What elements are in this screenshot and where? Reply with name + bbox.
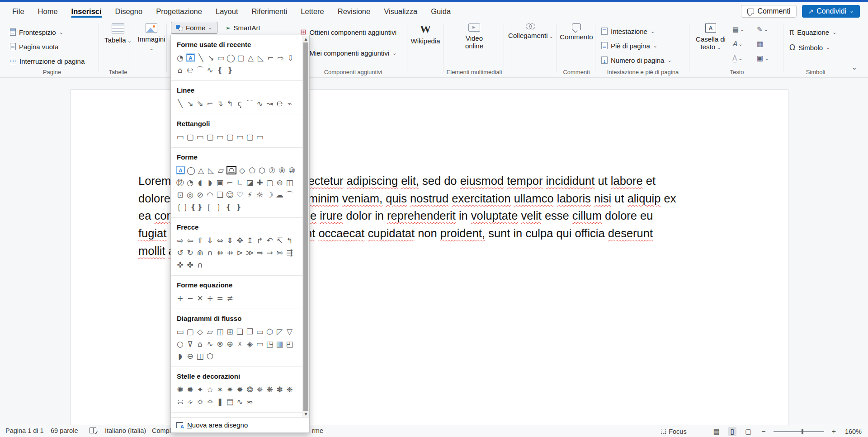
zoom-slider[interactable] — [774, 431, 824, 432]
shape-icon[interactable]: ▢ — [226, 132, 234, 142]
shape-icon[interactable]: ⇛ — [265, 248, 274, 258]
shape-icon[interactable]: ÷ — [206, 293, 214, 303]
table-button[interactable]: Tabella — [101, 23, 135, 45]
shape-icon[interactable]: ⇔ — [216, 235, 224, 245]
shape-icon[interactable]: ⑧ — [278, 165, 286, 175]
shape-icon[interactable]: ⇕ — [226, 235, 234, 245]
shape-icon[interactable]: ▭ — [255, 339, 264, 349]
shape-icon[interactable]: ⋒ — [196, 248, 204, 258]
comments-button[interactable]: Commenti — [741, 5, 797, 18]
object-button[interactable]: ▣ — [757, 54, 769, 62]
shape-icon[interactable]: ⊳ — [236, 248, 244, 258]
word-count[interactable]: 69 parole — [51, 427, 78, 434]
shape-icon[interactable]: ◗ — [176, 351, 184, 361]
shape-icon[interactable]: ∿ — [206, 339, 214, 349]
trapezoid-shape-icon-focused[interactable] — [226, 166, 236, 174]
shape-icon[interactable]: ╲ — [176, 99, 184, 108]
shape-icon[interactable]: ⇒ — [255, 248, 264, 258]
shape-icon[interactable]: ↱ — [255, 235, 264, 245]
shape-icon[interactable]: ◗ — [206, 178, 214, 188]
shape-icon[interactable]: ▱ — [206, 327, 214, 337]
shape-icon[interactable]: ≫ — [245, 248, 254, 258]
proofing-status[interactable] — [90, 427, 96, 434]
shape-icon[interactable]: ❏ — [216, 190, 224, 200]
shape-icon[interactable]: ⌒ — [285, 190, 294, 200]
shape-icon[interactable]: ⇩ — [286, 53, 295, 63]
shape-icon[interactable]: ◺ — [207, 165, 215, 175]
tab-layout[interactable]: Layout — [210, 4, 244, 19]
shape-icon[interactable]: ⌒ — [245, 99, 254, 108]
pictures-button[interactable]: Immagini — [137, 23, 166, 52]
signature-line-button[interactable]: ✎ — [757, 25, 768, 33]
page-indicator[interactable]: Pagina 1 di 1 — [5, 427, 44, 434]
shape-icon[interactable]: ◸ — [275, 327, 284, 337]
shape-icon[interactable]: ⑦ — [268, 165, 276, 175]
shape-icon[interactable]: ∟ — [236, 178, 244, 188]
shape-icon[interactable]: ⬡ — [258, 165, 266, 175]
focus-mode-button[interactable]: Focus — [661, 428, 687, 435]
text-box-button[interactable]: A Casella di testo — [693, 23, 729, 52]
shape-icon[interactable]: ⇩ — [206, 235, 214, 245]
shape-icon[interactable]: ❴❵ — [190, 202, 203, 212]
shape-icon[interactable]: ≏ — [206, 397, 214, 407]
tab-file[interactable]: File — [6, 4, 30, 19]
shape-icon[interactable]: ❲❳ — [176, 202, 189, 212]
shape-icon[interactable]: ⇻ — [216, 248, 224, 258]
textbox-shape-icon[interactable]: A — [187, 54, 194, 61]
shape-icon[interactable]: ❵ — [234, 202, 243, 212]
get-addins-button[interactable]: ⊞ Ottieni componenti aggiuntivi — [300, 27, 396, 37]
shape-icon[interactable]: ≈ — [245, 397, 254, 407]
shape-icon[interactable]: ▭ — [255, 132, 264, 142]
shape-icon[interactable]: ⊽ — [186, 339, 194, 349]
shape-icon[interactable]: △ — [246, 53, 255, 63]
shape-icon[interactable]: ⌐ — [206, 99, 214, 108]
shape-icon[interactable]: ⊞ — [226, 327, 234, 337]
wikipedia-button[interactable]: W Wikipedia — [408, 23, 443, 45]
shape-icon[interactable]: ⬠ — [248, 165, 256, 175]
shape-icon[interactable]: ↰ — [226, 99, 234, 108]
shape-icon[interactable]: ↺ — [176, 248, 184, 258]
shape-icon[interactable]: ◫ — [285, 178, 294, 188]
header-button[interactable]: Intestazione — [601, 26, 655, 36]
shape-icon[interactable]: ⇨ — [276, 53, 285, 63]
shape-icon[interactable]: ◳ — [265, 339, 274, 349]
shape-icon[interactable]: ⊗ — [216, 339, 224, 349]
shape-icon[interactable]: ∺ — [176, 397, 184, 407]
shape-icon[interactable]: ⊖ — [186, 351, 194, 361]
shape-icon[interactable]: ↝ — [265, 99, 274, 108]
shape-icon[interactable]: ⇰ — [275, 248, 284, 258]
shape-icon[interactable]: ℮ — [186, 65, 194, 75]
shape-icon[interactable]: ◠ — [206, 190, 214, 200]
shape-icon[interactable]: ❉ — [285, 385, 294, 395]
language-indicator[interactable]: Italiano (Italia) — [105, 427, 146, 434]
shape-icon[interactable]: ⇧ — [196, 235, 204, 245]
page-break-button[interactable]: Interruzione di pagina — [10, 56, 85, 66]
shape-icon[interactable]: ▢ — [245, 132, 254, 142]
shape-icon[interactable]: ∩ — [196, 260, 204, 270]
shape-icon[interactable]: ⬡ — [206, 351, 214, 361]
shape-icon[interactable]: ↸ — [275, 235, 284, 245]
shape-icon[interactable]: ⇨ — [176, 235, 184, 245]
shape-icon[interactable]: ❚ — [216, 397, 224, 407]
tab-inserisci[interactable]: Inserisci — [66, 4, 108, 19]
tab-home[interactable]: Home — [32, 4, 64, 19]
shape-icon[interactable]: ✶ — [216, 385, 224, 395]
shape-icon[interactable]: ▭ — [176, 327, 184, 337]
shape-icon[interactable]: ◎ — [186, 190, 194, 200]
shape-icon[interactable]: ▭ — [196, 132, 204, 142]
shape-icon[interactable]: = — [216, 293, 224, 303]
shape-icon[interactable]: ◰ — [285, 339, 294, 349]
equation-button[interactable]: π Equazione — [789, 27, 836, 37]
shape-icon[interactable]: ☁ — [275, 190, 284, 200]
tab-progettazione[interactable]: Progettazione — [150, 4, 208, 19]
shape-icon[interactable]: ⌒ — [196, 65, 204, 75]
links-button[interactable]: Collegamenti — [505, 23, 556, 40]
shape-icon[interactable]: ⇸ — [226, 248, 234, 258]
shapes-button[interactable]: Forme — [171, 22, 217, 34]
shape-icon[interactable]: ⌂ — [176, 65, 184, 75]
shape-icon[interactable]: ⊡ — [176, 190, 184, 200]
cover-page-button[interactable]: Frontespizio — [10, 27, 63, 37]
shape-icon[interactable]: ❵ — [226, 65, 234, 75]
shape-icon[interactable]: ✺ — [176, 385, 184, 395]
shape-icon[interactable]: ⑫ — [176, 178, 184, 188]
